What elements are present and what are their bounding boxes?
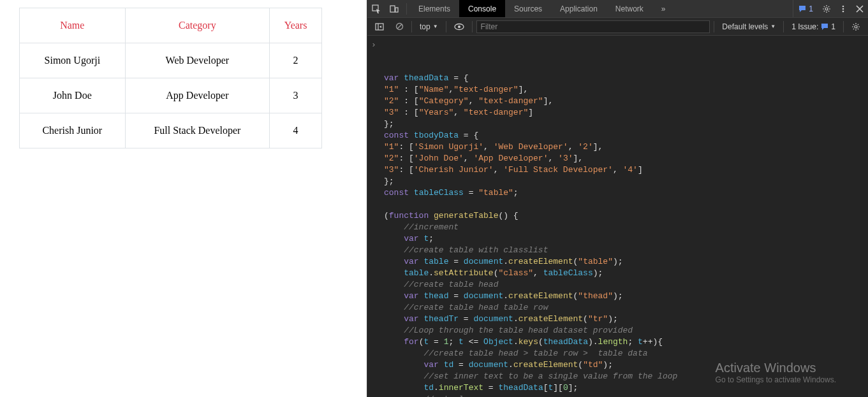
code-line: var theadTr = document.createElement("tr… [384, 314, 868, 325]
devtools-panel: Elements Console Sources Application Net… [367, 0, 868, 397]
svg-rect-2 [395, 8, 398, 12]
data-table: Name Category Years Simon UgorjiWeb Deve… [19, 8, 322, 148]
inspect-element-icon[interactable] [367, 0, 385, 17]
code-line: "1" : ["Name","text-danger"], [384, 84, 868, 96]
chevron-down-icon: ▼ [433, 24, 438, 29]
settings-icon[interactable] [818, 4, 835, 13]
code-line: //create table head > table row > table … [384, 348, 868, 359]
code-line: //increment [384, 222, 868, 233]
code-line: var table = document.createElement("tabl… [384, 256, 868, 268]
close-icon[interactable] [851, 5, 868, 13]
tab-network[interactable]: Network [607, 0, 652, 17]
sidebar-toggle-icon[interactable] [371, 22, 388, 31]
chat-icon [798, 5, 806, 13]
code-line: //create table head table row [384, 302, 868, 314]
code-line: table.setAttribute("class", tableClass); [384, 268, 868, 279]
table-row: Cherish JuniorFull Stack Developer4 [20, 113, 322, 148]
issues-count: 1 [831, 22, 835, 31]
code-line: //Loop through the table head dataset pr… [384, 325, 868, 336]
code-line: "1": ['Simon Ugorji', 'Web Developer', '… [384, 141, 868, 153]
kebab-menu-icon[interactable] [835, 4, 851, 13]
chat-icon [821, 23, 828, 31]
live-expression-icon[interactable] [450, 23, 468, 31]
levels-label: Default levels [722, 22, 768, 31]
table-body: Simon UgorjiWeb Developer2John DoeApp De… [20, 43, 322, 148]
filter-input[interactable] [476, 20, 710, 33]
messages-badge[interactable]: 1 [793, 0, 818, 17]
svg-point-5 [842, 8, 844, 10]
code-line: "3": ['Cherish Junior', 'Full Stack Deve… [384, 164, 868, 176]
table-cell: Full Stack Developer [125, 113, 270, 148]
table-cell: 4 [270, 113, 322, 148]
clear-console-icon[interactable] [392, 22, 408, 31]
code-line: const tableClass = "table"; [384, 187, 868, 199]
code-line: var theadData = { [384, 73, 868, 84]
tab-sources[interactable]: Sources [505, 0, 551, 17]
code-line: //create table head [384, 279, 868, 291]
code-line: "2" : ["Category", "text-danger"], [384, 96, 868, 107]
svg-rect-1 [390, 6, 395, 12]
col-header-category: Category [125, 8, 270, 43]
code-line: const tbodyData = { [384, 130, 868, 141]
code-line: "3" : ["Years", "text-danger"] [384, 107, 868, 119]
code-line: "2": ['John Doe', 'App Developer', '3'], [384, 153, 868, 164]
tab-console[interactable]: Console [459, 0, 505, 17]
devtools-tabbar: Elements Console Sources Application Net… [367, 0, 868, 18]
badge-count: 1 [809, 4, 813, 13]
code-line: td.innerText = theadData[t][0]; [384, 382, 868, 394]
table-cell: Simon Ugorji [20, 43, 126, 78]
svg-point-12 [458, 25, 460, 28]
code-line: //create table with classlist [384, 245, 868, 256]
code-block: var theadData = {"1" : ["Name","text-dan… [372, 73, 868, 397]
tab-more[interactable]: » [652, 0, 675, 17]
table-cell: Web Developer [125, 43, 270, 78]
settings-icon[interactable] [848, 22, 864, 31]
tab-application[interactable]: Application [551, 0, 607, 17]
prompt-caret-icon: › [371, 40, 376, 51]
svg-point-3 [825, 8, 828, 10]
chevron-down-icon: ▼ [770, 24, 776, 29]
console-toolbar: top ▼ Default levels ▼ 1 Issue: 1 [367, 18, 868, 36]
code-line: var thead = document.createElement("thea… [384, 291, 868, 302]
page-pane: Name Category Years Simon UgorjiWeb Deve… [0, 0, 367, 397]
code-line: for(t = 1; t <= Object.keys(theadData).l… [384, 336, 868, 348]
code-line: }; [384, 176, 868, 187]
levels-selector[interactable]: Default levels ▼ [718, 22, 779, 31]
code-line: }; [384, 119, 868, 130]
svg-line-10 [397, 24, 402, 29]
table-row: John DoeApp Developer3 [20, 78, 322, 113]
issues-label: 1 Issue: [791, 22, 818, 31]
code-line: var t; [384, 233, 868, 245]
tab-elements[interactable]: Elements [409, 0, 459, 17]
table-cell: 3 [270, 78, 322, 113]
context-label: top [420, 22, 430, 31]
table-cell: 2 [270, 43, 322, 78]
table-row: Simon UgorjiWeb Developer2 [20, 43, 322, 78]
code-line: var td = document.createElement("td"); [384, 359, 868, 371]
col-header-name: Name [20, 8, 126, 43]
code-line: (function generateTable() { [384, 210, 868, 222]
svg-point-6 [842, 10, 844, 12]
svg-point-13 [855, 25, 857, 28]
table-cell: App Developer [125, 78, 270, 113]
col-header-years: Years [270, 8, 322, 43]
context-selector[interactable]: top ▼ [416, 22, 442, 31]
table-header-row: Name Category Years [20, 8, 322, 43]
issues-indicator[interactable]: 1 Issue: 1 [788, 22, 839, 31]
code-line: //set class [384, 394, 868, 397]
console-code-area[interactable]: › var theadData = {"1" : ["Name","text-d… [367, 36, 868, 397]
device-toolbar-icon[interactable] [385, 0, 403, 17]
table-cell: John Doe [20, 78, 126, 113]
code-line [384, 199, 868, 210]
code-line: //set inner text to be a single value fr… [384, 371, 868, 382]
table-cell: Cherish Junior [20, 113, 126, 148]
svg-point-4 [842, 5, 844, 7]
